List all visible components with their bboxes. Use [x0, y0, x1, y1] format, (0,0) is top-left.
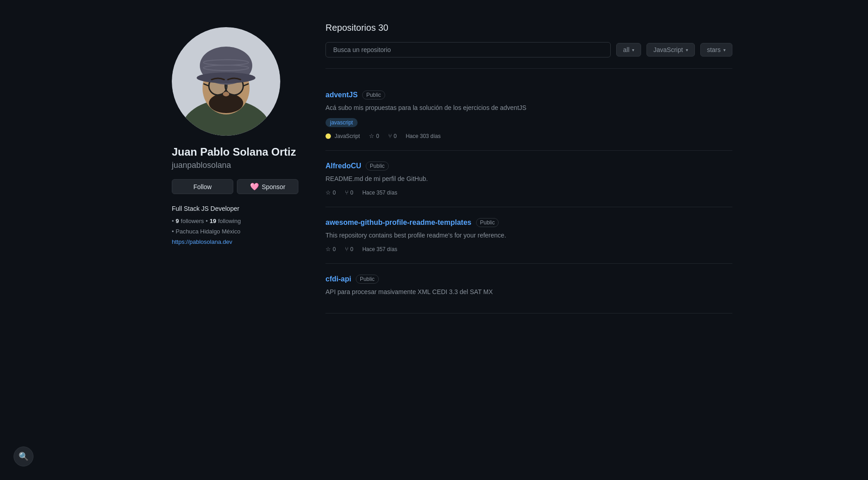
forks-item: ⑂ 0 — [345, 189, 354, 196]
tag-list: javascript — [326, 118, 732, 127]
separator: • — [206, 218, 208, 224]
page-layout: Juan Pablo Solana Ortiz juanpablosolana … — [118, 0, 750, 332]
bullet-followers: • — [172, 218, 174, 224]
repo-description: This repository contains best profile re… — [326, 231, 732, 240]
heart-icon: 🩷 — [250, 182, 259, 191]
svg-point-14 — [197, 72, 255, 83]
user-handle: juanpablosolana — [172, 161, 298, 170]
updated-time: Hace 303 días — [406, 133, 440, 139]
filter-type-label: all — [623, 46, 629, 53]
search-filter-row: all ▾ JavaScript ▾ stars ▾ — [326, 42, 732, 57]
website-link[interactable]: https://pablosolana.dev — [172, 238, 232, 245]
repo-name-link[interactable]: cfdi-api — [326, 275, 351, 283]
search-icon: 🔍 — [19, 451, 28, 461]
svg-point-12 — [223, 92, 229, 96]
bio-section: Full Stack JS Developer • 9 followers • … — [172, 205, 298, 245]
lang-name: JavaScript — [335, 133, 360, 139]
fork-count: 0 — [350, 190, 354, 196]
repos-title: Repositorios 30 — [326, 23, 388, 33]
following-count: 19 — [210, 218, 216, 224]
chevron-down-icon: ▾ — [632, 48, 634, 52]
updated-time: Hace 357 días — [362, 246, 397, 252]
table-row: AlfredoCU Public README.md de mi perfil … — [326, 151, 732, 207]
filter-language-label: JavaScript — [653, 46, 683, 53]
repo-name-link[interactable]: AlfredoCU — [326, 162, 361, 170]
badge-public: Public — [476, 218, 499, 227]
repos-title-text: Repositorios — [326, 23, 376, 33]
bullet-location: • — [172, 228, 174, 235]
meta-info: • 9 followers • 19 following • Pachuca H… — [172, 218, 298, 245]
repo-meta: ☆ 0 ⑂ 0 Hace 357 días — [326, 189, 732, 196]
repo-list: adventJS Public Acá subo mis propuestas … — [326, 80, 732, 314]
fork-icon: ⑂ — [345, 189, 349, 196]
table-row: adventJS Public Acá subo mis propuestas … — [326, 80, 732, 151]
repo-name-row: adventJS Public — [326, 90, 732, 100]
lang-color-dot — [326, 133, 331, 139]
filter-sort-label: stars — [707, 46, 721, 53]
language-item: JavaScript — [326, 133, 360, 139]
follow-button[interactable]: Follow — [172, 179, 233, 194]
updated-time: Hace 357 días — [362, 190, 397, 196]
search-fab[interactable]: 🔍 — [14, 447, 33, 466]
star-count: 0 — [376, 133, 379, 139]
repo-name-row: awesome-github-profile-readme-templates … — [326, 218, 732, 227]
star-count: 0 — [333, 190, 336, 196]
repo-description: README.md de mi perfil de GitHub. — [326, 174, 732, 184]
followers-count: 9 — [176, 218, 179, 224]
table-row: awesome-github-profile-readme-templates … — [326, 207, 732, 264]
location-line: • Pachuca Hidalgo México — [172, 228, 298, 235]
stars-item: ☆ 0 — [326, 246, 336, 252]
star-count: 0 — [333, 246, 336, 252]
badge-public: Public — [362, 90, 385, 100]
sidebar: Juan Pablo Solana Ortiz juanpablosolana … — [172, 18, 298, 314]
bio-role: Full Stack JS Developer — [172, 205, 298, 212]
forks-item: ⑂ 0 — [345, 246, 354, 252]
forks-item: ⑂ 0 — [388, 133, 397, 139]
star-icon: ☆ — [326, 246, 331, 252]
action-buttons: Follow 🩷 Sponsor — [172, 179, 298, 194]
following-label: following — [218, 218, 241, 224]
fork-count: 0 — [394, 133, 397, 139]
main-content: Repositorios 30 all ▾ JavaScript ▾ stars… — [326, 18, 732, 314]
search-input[interactable] — [326, 42, 611, 57]
user-full-name: Juan Pablo Solana Ortiz — [172, 145, 298, 159]
followers-label: followers — [181, 218, 204, 224]
fork-count: 0 — [350, 246, 354, 252]
avatar-image — [172, 27, 280, 136]
repo-meta: ☆ 0 ⑂ 0 Hace 357 días — [326, 246, 732, 252]
repos-count: 30 — [378, 23, 388, 33]
stars-item: ☆ 0 — [326, 189, 336, 196]
repos-header: Repositorios 30 — [326, 23, 732, 33]
chevron-down-icon-3: ▾ — [723, 48, 726, 52]
filter-sort-dropdown[interactable]: stars ▾ — [700, 43, 732, 57]
sponsor-label: Sponsor — [262, 183, 285, 190]
repo-description: API para procesar masivamente XML CEDI 3… — [326, 287, 732, 297]
badge-public: Public — [366, 162, 389, 171]
sponsor-button[interactable]: 🩷 Sponsor — [237, 179, 298, 194]
filter-type-dropdown[interactable]: all ▾ — [616, 43, 641, 57]
website-line: https://pablosolana.dev — [172, 238, 298, 245]
stars-item: ☆ 0 — [369, 133, 379, 139]
avatar-svg — [172, 27, 280, 136]
location-text: Pachuca Hidalgo México — [176, 228, 241, 235]
repo-name-row: cfdi-api Public — [326, 275, 732, 284]
repo-name-link[interactable]: awesome-github-profile-readme-templates — [326, 219, 472, 227]
star-icon: ☆ — [369, 133, 374, 139]
chevron-down-icon-2: ▾ — [686, 48, 688, 52]
filter-language-dropdown[interactable]: JavaScript ▾ — [646, 43, 694, 57]
star-icon: ☆ — [326, 189, 331, 196]
repo-name-link[interactable]: adventJS — [326, 91, 358, 99]
fork-icon: ⑂ — [345, 246, 349, 252]
fork-icon: ⑂ — [388, 133, 392, 139]
repo-name-row: AlfredoCU Public — [326, 162, 732, 171]
table-row: cfdi-api Public API para procesar masiva… — [326, 264, 732, 314]
followers-following: • 9 followers • 19 following — [172, 218, 298, 224]
badge-public: Public — [356, 275, 379, 284]
repo-description: Acá subo mis propuestas para la solución… — [326, 103, 732, 113]
divider-top — [326, 68, 732, 69]
tag-item[interactable]: javascript — [326, 118, 358, 127]
avatar — [172, 27, 280, 136]
repo-meta: JavaScript ☆ 0 ⑂ 0 Hace 303 días — [326, 133, 732, 139]
